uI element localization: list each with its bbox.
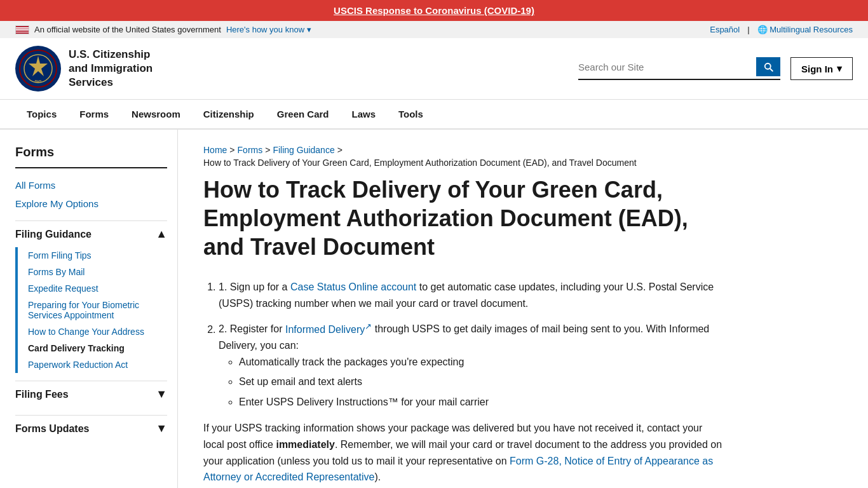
breadcrumb-separator: > (265, 145, 270, 155)
alert-banner: USCIS Response to Coronavirus (COVID-19) (0, 0, 868, 21)
nav-item-citizenship[interactable]: Citizenship (192, 100, 266, 128)
breadcrumb-separator: > (337, 145, 342, 155)
sidebar-sections: Filing Guidance▲Form Filing TipsForms By… (15, 220, 167, 442)
logo-area: DHS U.S. Citizenship and Immigration Ser… (15, 46, 153, 92)
search-area (578, 57, 780, 80)
espanol-link[interactable]: Español (710, 25, 740, 34)
sidebar: Forms All FormsExplore My Options Filing… (0, 130, 178, 488)
header-right: Sign In ▾ (578, 57, 853, 80)
search-button[interactable] (756, 57, 780, 76)
site-header: DHS U.S. Citizenship and Immigration Ser… (0, 38, 868, 100)
sidebar-link-explore-my-options[interactable]: Explore My Options (15, 194, 167, 213)
nav-item-laws[interactable]: Laws (340, 100, 387, 128)
sidebar-section-header[interactable]: Filing Fees▼ (15, 381, 167, 407)
sidebar-section-filing-guidance: Filing Guidance▲Form Filing TipsForms By… (15, 220, 167, 373)
gov-banner-left: An official website of the United States… (15, 25, 311, 34)
search-input[interactable] (578, 62, 756, 72)
para3: If your USPS tracking information shows … (203, 420, 724, 485)
breadcrumb-separator: > (229, 145, 234, 155)
sign-in-chevron-icon: ▾ (837, 63, 842, 74)
chevron-icon: ▼ (156, 388, 167, 401)
external-link-icon: ↗ (365, 321, 372, 330)
alert-link[interactable]: USCIS Response to Coronavirus (COVID-19) (334, 5, 534, 16)
nav-item-newsroom[interactable]: Newsroom (120, 100, 192, 128)
breadcrumb-link[interactable]: Filing Guidance (273, 145, 334, 155)
page-title: How to Track Delivery of Your Green Card… (203, 175, 724, 261)
flag-icon (15, 25, 29, 34)
breadcrumb-current: How to Track Delivery of Your Green Card… (203, 158, 637, 168)
nav-item-forms[interactable]: Forms (68, 100, 120, 128)
para3-end: ). (374, 471, 381, 482)
main-nav: TopicsFormsNewsroomCitizenshipGreen Card… (0, 100, 868, 130)
sidebar-section-label: Forms Updates (15, 423, 89, 435)
step2-prefix: 2. Register for (219, 324, 285, 335)
sidebar-child-link[interactable]: Card Delivery Tracking (23, 340, 167, 356)
bullet-list: Automatically track the packages you're … (219, 354, 724, 410)
sign-in-label: Sign In (801, 64, 833, 74)
bullet-item: Enter USPS Delivery Instructions™ for yo… (239, 394, 724, 410)
informed-delivery-link[interactable]: Informed Delivery↗ (285, 324, 372, 335)
separator: | (747, 25, 749, 34)
step-2: 2. Register for Informed Delivery↗ throu… (219, 319, 724, 410)
sidebar-title: Forms (15, 145, 167, 168)
chevron-icon: ▼ (156, 422, 167, 435)
sidebar-child-link[interactable]: Preparing for Your Biometric Services Ap… (23, 297, 167, 323)
sidebar-child-link[interactable]: Forms By Mail (23, 264, 167, 280)
sidebar-child-link[interactable]: How to Change Your Address (23, 323, 167, 340)
sign-in-button[interactable]: Sign In ▾ (790, 57, 853, 80)
multilingual-link[interactable]: 🌐 Multilingual Resources (757, 25, 853, 34)
sidebar-section-label: Filing Fees (15, 389, 69, 400)
gov-banner-right: Español | 🌐 Multilingual Resources (710, 25, 853, 34)
sidebar-section-header[interactable]: Forms Updates▼ (15, 415, 167, 442)
svg-text:DHS: DHS (35, 79, 42, 83)
case-status-link[interactable]: Case Status Online account (290, 281, 416, 292)
logo-text: U.S. Citizenship and Immigration Service… (69, 48, 153, 90)
nav-item-topics[interactable]: Topics (15, 100, 68, 128)
how-you-know-link[interactable]: Here's how you know ▾ (226, 25, 311, 34)
sidebar-section-label: Filing Guidance (15, 229, 92, 240)
sidebar-child-link[interactable]: Form Filing Tips (23, 247, 167, 264)
multilingual-label: Multilingual Resources (770, 25, 853, 34)
uscis-seal: DHS (15, 46, 61, 92)
sidebar-section-filing-fees: Filing Fees▼ (15, 381, 167, 407)
step-1: 1. Sign up for a Case Status Online acco… (219, 279, 724, 311)
nav-item-tools[interactable]: Tools (387, 100, 435, 128)
gov-banner: An official website of the United States… (0, 21, 868, 38)
main-content: Home > Forms > Filing Guidance > How to … (178, 130, 750, 488)
breadcrumb-link[interactable]: Forms (238, 145, 263, 155)
step1-prefix: 1. Sign up for a (219, 281, 290, 292)
page-body: Forms All FormsExplore My Options Filing… (0, 130, 868, 488)
para3-bold: immediately (276, 439, 334, 450)
official-text: An official website of the United States… (34, 25, 221, 34)
bullet-item: Automatically track the packages you're … (239, 354, 724, 370)
sidebar-section-header[interactable]: Filing Guidance▲ (15, 220, 167, 247)
sidebar-child-link[interactable]: Expedite Request (23, 280, 167, 297)
sidebar-child-link[interactable]: Paperwork Reduction Act (23, 356, 167, 373)
chevron-icon: ▲ (156, 227, 167, 241)
nav-item-green-card[interactable]: Green Card (266, 100, 341, 128)
breadcrumb-link[interactable]: Home (203, 145, 227, 155)
globe-icon: 🌐 (757, 25, 768, 34)
sidebar-top-links: All FormsExplore My Options (15, 176, 167, 213)
breadcrumb: Home > Forms > Filing Guidance > How to … (203, 145, 724, 168)
sidebar-section-forms-updates: Forms Updates▼ (15, 415, 167, 442)
sidebar-link-all-forms[interactable]: All Forms (15, 176, 167, 194)
content-body: 1. Sign up for a Case Status Online acco… (203, 279, 724, 488)
sidebar-section-children: Form Filing TipsForms By MailExpedite Re… (15, 247, 167, 373)
bullet-item: Set up email and text alerts (239, 374, 724, 390)
